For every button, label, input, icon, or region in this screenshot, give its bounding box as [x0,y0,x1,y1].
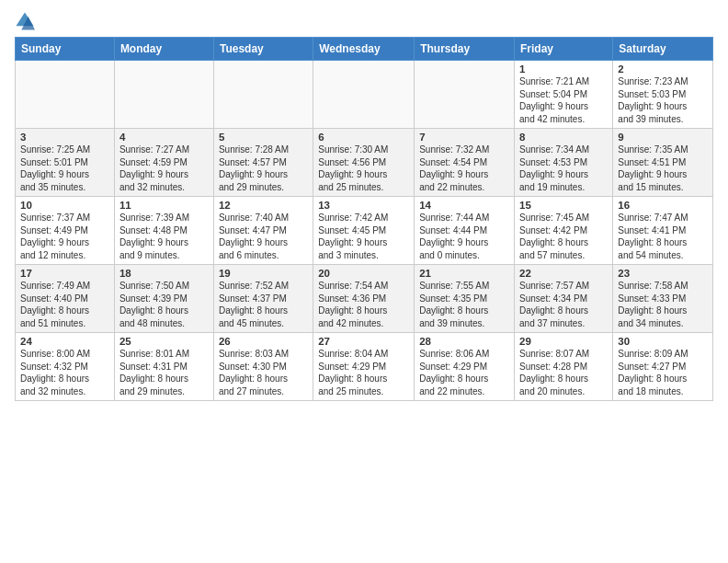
day-info: Sunrise: 7:34 AM Sunset: 4:53 PM Dayligh… [519,144,608,193]
logo [15,11,39,31]
day-info: Sunrise: 7:25 AM Sunset: 5:01 PM Dayligh… [20,144,109,193]
calendar-cell: 4Sunrise: 7:27 AM Sunset: 4:59 PM Daylig… [114,129,213,197]
day-info: Sunrise: 7:32 AM Sunset: 4:54 PM Dayligh… [419,144,509,193]
calendar-cell [313,61,415,129]
day-info: Sunrise: 7:44 AM Sunset: 4:44 PM Dayligh… [419,212,509,261]
calendar-cell: 16Sunrise: 7:47 AM Sunset: 4:41 PM Dayli… [613,197,713,265]
day-number: 13 [318,200,409,211]
weekday-header-tuesday: Tuesday [213,38,313,61]
day-number: 5 [219,132,308,143]
calendar-cell: 29Sunrise: 8:07 AM Sunset: 4:28 PM Dayli… [515,333,613,401]
day-info: Sunrise: 8:04 AM Sunset: 4:29 PM Dayligh… [318,348,409,397]
calendar-cell [213,61,313,129]
calendar-cell [16,61,115,129]
day-info: Sunrise: 7:28 AM Sunset: 4:57 PM Dayligh… [219,144,308,193]
day-number: 19 [219,268,308,279]
day-number: 27 [318,336,409,347]
day-number: 8 [519,132,608,143]
calendar-cell: 20Sunrise: 7:54 AM Sunset: 4:36 PM Dayli… [313,265,415,333]
calendar-cell: 6Sunrise: 7:30 AM Sunset: 4:56 PM Daylig… [313,129,415,197]
calendar-week-2: 3Sunrise: 7:25 AM Sunset: 5:01 PM Daylig… [16,129,713,197]
day-info: Sunrise: 7:57 AM Sunset: 4:34 PM Dayligh… [519,280,608,329]
day-number: 9 [618,132,708,143]
calendar-cell: 5Sunrise: 7:28 AM Sunset: 4:57 PM Daylig… [213,129,313,197]
calendar-cell: 13Sunrise: 7:42 AM Sunset: 4:45 PM Dayli… [313,197,415,265]
day-info: Sunrise: 8:03 AM Sunset: 4:30 PM Dayligh… [219,348,308,397]
calendar-cell: 12Sunrise: 7:40 AM Sunset: 4:47 PM Dayli… [213,197,313,265]
calendar-cell: 21Sunrise: 7:55 AM Sunset: 4:35 PM Dayli… [415,265,515,333]
day-info: Sunrise: 8:07 AM Sunset: 4:28 PM Dayligh… [519,348,608,397]
day-info: Sunrise: 7:40 AM Sunset: 4:47 PM Dayligh… [219,212,308,261]
day-number: 11 [119,200,209,211]
weekday-header-monday: Monday [114,38,213,61]
day-info: Sunrise: 7:58 AM Sunset: 4:33 PM Dayligh… [618,280,708,329]
day-info: Sunrise: 7:55 AM Sunset: 4:35 PM Dayligh… [419,280,509,329]
day-number: 2 [618,63,708,75]
day-info: Sunrise: 7:47 AM Sunset: 4:41 PM Dayligh… [618,212,708,261]
calendar-week-3: 10Sunrise: 7:37 AM Sunset: 4:49 PM Dayli… [16,197,713,265]
day-number: 12 [219,200,308,211]
calendar-cell: 28Sunrise: 8:06 AM Sunset: 4:29 PM Dayli… [415,333,515,401]
day-number: 6 [318,132,409,143]
calendar-cell: 17Sunrise: 7:49 AM Sunset: 4:40 PM Dayli… [16,265,115,333]
day-info: Sunrise: 7:45 AM Sunset: 4:42 PM Dayligh… [519,212,608,261]
calendar-cell: 24Sunrise: 8:00 AM Sunset: 4:32 PM Dayli… [16,333,115,401]
day-info: Sunrise: 8:01 AM Sunset: 4:31 PM Dayligh… [119,348,209,397]
day-number: 30 [618,336,708,347]
calendar-week-1: 1Sunrise: 7:21 AM Sunset: 5:04 PM Daylig… [16,61,713,129]
calendar-cell: 22Sunrise: 7:57 AM Sunset: 4:34 PM Dayli… [515,265,613,333]
day-number: 25 [119,336,209,347]
day-number: 28 [419,336,509,347]
day-number: 22 [519,268,608,279]
calendar-cell: 27Sunrise: 8:04 AM Sunset: 4:29 PM Dayli… [313,333,415,401]
day-number: 24 [20,336,109,347]
calendar-cell: 7Sunrise: 7:32 AM Sunset: 4:54 PM Daylig… [415,129,515,197]
weekday-header-sunday: Sunday [16,38,115,61]
day-info: Sunrise: 7:54 AM Sunset: 4:36 PM Dayligh… [318,280,409,329]
weekday-header-saturday: Saturday [613,38,713,61]
day-number: 3 [20,132,109,143]
calendar-cell: 18Sunrise: 7:50 AM Sunset: 4:39 PM Dayli… [114,265,213,333]
calendar-cell: 19Sunrise: 7:52 AM Sunset: 4:37 PM Dayli… [213,265,313,333]
day-info: Sunrise: 7:35 AM Sunset: 4:51 PM Dayligh… [618,144,708,193]
calendar-cell: 15Sunrise: 7:45 AM Sunset: 4:42 PM Dayli… [515,197,613,265]
main-container: SundayMondayTuesdayWednesdayThursdayFrid… [0,0,728,408]
header [15,11,713,31]
day-info: Sunrise: 8:00 AM Sunset: 4:32 PM Dayligh… [20,348,109,397]
calendar-cell: 30Sunrise: 8:09 AM Sunset: 4:27 PM Dayli… [613,333,713,401]
day-info: Sunrise: 7:27 AM Sunset: 4:59 PM Dayligh… [119,144,209,193]
calendar-week-4: 17Sunrise: 7:49 AM Sunset: 4:40 PM Dayli… [16,265,713,333]
day-info: Sunrise: 7:21 AM Sunset: 5:04 PM Dayligh… [519,75,608,125]
calendar-cell: 26Sunrise: 8:03 AM Sunset: 4:30 PM Dayli… [213,333,313,401]
day-number: 20 [318,268,409,279]
day-number: 16 [618,200,708,211]
day-number: 23 [618,268,708,279]
calendar-cell: 10Sunrise: 7:37 AM Sunset: 4:49 PM Dayli… [16,197,115,265]
day-number: 15 [519,200,608,211]
calendar-cell [415,61,515,129]
day-number: 21 [419,268,509,279]
day-info: Sunrise: 7:42 AM Sunset: 4:45 PM Dayligh… [318,212,409,261]
calendar-cell: 25Sunrise: 8:01 AM Sunset: 4:31 PM Dayli… [114,333,213,401]
day-number: 7 [419,132,509,143]
calendar-cell: 14Sunrise: 7:44 AM Sunset: 4:44 PM Dayli… [415,197,515,265]
day-info: Sunrise: 7:39 AM Sunset: 4:48 PM Dayligh… [119,212,209,261]
day-number: 29 [519,336,608,347]
day-number: 1 [519,63,608,75]
calendar-cell: 2Sunrise: 7:23 AM Sunset: 5:03 PM Daylig… [613,61,713,129]
calendar-cell [114,61,213,129]
calendar-cell: 9Sunrise: 7:35 AM Sunset: 4:51 PM Daylig… [613,129,713,197]
day-number: 10 [20,200,109,211]
day-info: Sunrise: 7:52 AM Sunset: 4:37 PM Dayligh… [219,280,308,329]
calendar-table: SundayMondayTuesdayWednesdayThursdayFrid… [15,37,713,401]
day-info: Sunrise: 7:23 AM Sunset: 5:03 PM Dayligh… [618,75,708,125]
day-info: Sunrise: 7:30 AM Sunset: 4:56 PM Dayligh… [318,144,409,193]
weekday-header-friday: Friday [515,38,613,61]
day-info: Sunrise: 7:50 AM Sunset: 4:39 PM Dayligh… [119,280,209,329]
calendar-cell: 23Sunrise: 7:58 AM Sunset: 4:33 PM Dayli… [613,265,713,333]
logo-icon [15,11,35,31]
calendar-cell: 3Sunrise: 7:25 AM Sunset: 5:01 PM Daylig… [16,129,115,197]
day-number: 14 [419,200,509,211]
calendar-cell: 1Sunrise: 7:21 AM Sunset: 5:04 PM Daylig… [515,61,613,129]
weekday-header-thursday: Thursday [415,38,515,61]
